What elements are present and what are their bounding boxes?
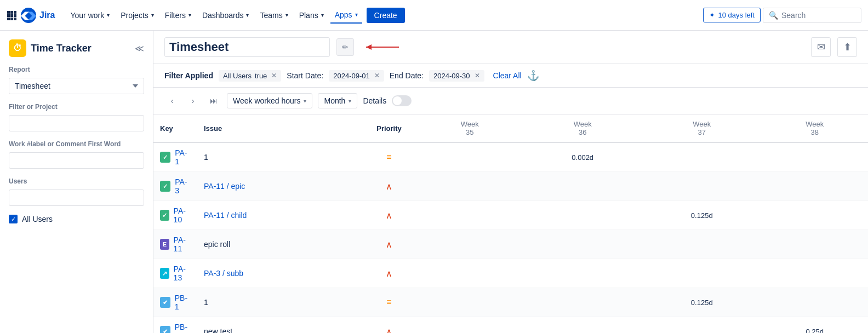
issue-link[interactable]: PA-11 / epic	[204, 182, 245, 191]
week-35-cell	[416, 317, 523, 334]
nav-plans[interactable]: Plans▾	[295, 8, 328, 23]
nav-projects[interactable]: Projects▾	[116, 8, 158, 23]
create-button[interactable]: Create	[367, 8, 405, 23]
col-week-35: Week35	[416, 114, 523, 142]
work-label-input[interactable]	[9, 152, 144, 169]
table-row: ✔ PB-1 1≡0.125d	[153, 288, 868, 317]
nav-filters[interactable]: Filters▾	[161, 8, 196, 23]
col-week-37: Week37	[642, 114, 762, 142]
details-toggle[interactable]	[392, 95, 412, 106]
grid-menu-icon[interactable]	[7, 10, 16, 20]
work-label-label: Work #label or Comment First Word	[9, 140, 144, 148]
col-issue: Issue	[197, 114, 362, 142]
prev-period-button[interactable]: ‹	[164, 93, 180, 108]
type-icon-story: ✓	[160, 152, 170, 163]
filter-project-label: Filter or Project	[9, 103, 144, 111]
week-38-cell	[762, 142, 868, 172]
issue-link[interactable]: PA-3 / subb	[204, 269, 243, 278]
key-cell: ✓ PA-1	[160, 148, 191, 166]
week-37-cell	[642, 142, 762, 172]
type-icon-story: ✓	[160, 181, 170, 192]
mail-icon-button[interactable]: ✉	[811, 37, 831, 57]
sidebar-collapse-button[interactable]: ≪	[135, 43, 144, 54]
week-38-cell	[762, 230, 868, 259]
week-35-cell	[416, 259, 523, 288]
users-input[interactable]	[9, 190, 144, 206]
view-selector[interactable]: Week worked hours ▾	[227, 93, 312, 108]
key-cell: ↗ PA-13	[160, 265, 191, 282]
week-36-cell	[523, 317, 642, 334]
key-link[interactable]: PA-11	[174, 236, 191, 253]
key-cell: ✔ PB-4	[160, 323, 191, 333]
table-row: ✓ PA-1 1≡0.002d	[153, 142, 868, 172]
week-37-cell: 0.125d	[642, 201, 762, 230]
priority-cell: ∧	[362, 172, 416, 201]
priority-cell: ≡	[362, 142, 416, 172]
arrow-indicator	[361, 41, 404, 54]
report-title-input[interactable]	[164, 37, 330, 57]
filter-bar: Filter Applied All Users true ✕ Start Da…	[153, 64, 868, 88]
svg-rect-7	[10, 18, 13, 20]
week-37-cell	[642, 230, 762, 259]
type-icon-task: ✔	[160, 297, 170, 308]
edit-title-button[interactable]: ✏	[336, 38, 354, 56]
clear-all-filters[interactable]: Clear All	[493, 71, 522, 80]
col-key: Key	[153, 114, 197, 142]
type-icon-story: ✓	[160, 210, 169, 221]
priority-high-icon: ∧	[386, 327, 392, 334]
key-cell: ✓ PA-10	[160, 206, 191, 224]
search-icon: 🔍	[769, 11, 778, 20]
table-row: ↗ PA-13 PA-3 / subb∧	[153, 259, 868, 288]
time-tracker-icon: ⏱	[9, 39, 26, 57]
trial-button[interactable]: ✦ 10 days left	[703, 8, 761, 22]
week-37-cell: 0.125d	[642, 288, 762, 317]
toggle-knob	[393, 96, 402, 105]
report-header: ✏ ✉ ⬆	[153, 31, 868, 64]
last-period-button[interactable]: ⏭	[206, 93, 221, 108]
priority-high-icon: ∧	[386, 269, 392, 278]
key-link[interactable]: PB-4	[175, 323, 191, 333]
details-label: Details	[363, 96, 386, 105]
anchor-icon[interactable]: ⚓	[527, 70, 539, 82]
key-link[interactable]: PA-3	[175, 177, 191, 195]
filter-project-input[interactable]	[9, 115, 144, 131]
key-link[interactable]: PA-10	[174, 206, 191, 224]
timesheet-table-container: Key Issue Priority Week35 Week36 Week37 …	[153, 114, 868, 333]
week-36-cell	[523, 259, 642, 288]
nav-your-work[interactable]: Your work▾	[66, 8, 114, 23]
week-35-cell	[416, 172, 523, 201]
filter-project-field: Filter or Project	[9, 103, 144, 131]
key-link[interactable]: PB-1	[175, 294, 191, 311]
all-users-label: All Users	[22, 215, 53, 223]
nav-teams[interactable]: Teams▾	[255, 8, 292, 23]
sidebar-title: Time Tracker	[31, 43, 92, 54]
users-field: Users	[9, 177, 144, 206]
nav-apps[interactable]: Apps▾	[330, 7, 362, 24]
svg-rect-6	[7, 18, 10, 20]
jira-logo[interactable]: Jira	[21, 8, 55, 23]
key-link[interactable]: PA-13	[174, 265, 191, 282]
search-box[interactable]: 🔍 Search	[763, 8, 861, 23]
svg-rect-3	[7, 14, 10, 17]
key-link[interactable]: PA-1	[175, 148, 191, 166]
week-36-cell	[523, 230, 642, 259]
filter-applied-label: Filter Applied	[164, 71, 213, 80]
priority-medium-icon: ≡	[386, 152, 391, 162]
week-38-cell	[762, 288, 868, 317]
report-select[interactable]: Timesheet	[9, 78, 144, 94]
nav-dashboards[interactable]: Dashboards▾	[198, 8, 254, 23]
toolbar: ‹ › ⏭ Week worked hours ▾ Month ▾ Detail…	[153, 88, 868, 114]
type-icon-epic: E	[160, 239, 169, 250]
table-row: E PA-11 epic roll∧	[153, 230, 868, 259]
priority-high-icon: ∧	[386, 211, 392, 220]
remove-end-date-filter[interactable]: ✕	[475, 72, 480, 79]
remove-all-users-filter[interactable]: ✕	[271, 72, 277, 79]
all-users-checkbox[interactable]	[9, 215, 18, 223]
issue-cell: 1	[197, 142, 362, 172]
period-selector[interactable]: Month ▾	[318, 93, 357, 108]
remove-start-date-filter[interactable]: ✕	[374, 72, 380, 79]
next-period-button[interactable]: ›	[185, 93, 201, 108]
export-icon-button[interactable]: ⬆	[837, 37, 857, 57]
issue-link[interactable]: PA-11 / child	[204, 211, 247, 220]
week-35-cell	[416, 230, 523, 259]
